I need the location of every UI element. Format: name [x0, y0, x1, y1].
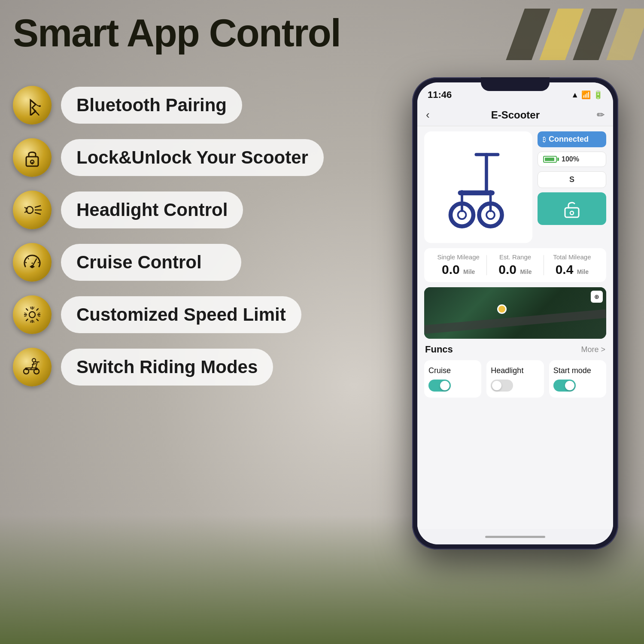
- battery-icon: [543, 156, 559, 163]
- cruise-toggle[interactable]: [428, 380, 451, 392]
- est-range-value: 0.0 Mile: [487, 262, 543, 277]
- svg-point-17: [32, 263, 33, 264]
- feature-bluetooth: Bluetooth Pairing: [13, 86, 324, 125]
- map-section: ⊕: [424, 287, 606, 339]
- single-mileage-value: 0.0 Mile: [430, 262, 486, 277]
- bt-icon: ₿: [543, 136, 546, 143]
- svg-point-16: [30, 266, 31, 267]
- cruise-pill: Cruise Control: [61, 244, 241, 281]
- svg-rect-30: [458, 191, 495, 195]
- func-headlight: Headlight: [486, 360, 544, 398]
- battery-fill: [545, 158, 554, 161]
- est-range-unit: Mile: [520, 268, 532, 275]
- svg-rect-1: [26, 157, 38, 166]
- home-bar: [417, 529, 613, 544]
- mileage-section: Single Mileage 0.0 Mile Est. Range 0.0 M…: [424, 248, 606, 282]
- svg-line-5: [35, 206, 41, 207]
- headlight-toggle[interactable]: [491, 380, 513, 392]
- home-bar-line: [485, 536, 545, 538]
- svg-line-14: [38, 262, 39, 263]
- single-mileage-unit: Mile: [463, 268, 475, 275]
- startmode-toggle[interactable]: [553, 380, 576, 392]
- svg-point-36: [458, 211, 466, 219]
- speedometer-icon: [22, 252, 43, 273]
- mode-badge: S: [538, 171, 606, 188]
- connected-badge: ₿ Connected: [538, 131, 606, 147]
- svg-point-15: [33, 266, 35, 267]
- func-cruise: Cruise: [424, 360, 481, 398]
- riding-pill: Switch Riding Modes: [61, 349, 273, 386]
- scooter-rider-icon: [22, 357, 43, 377]
- svg-point-4: [26, 207, 33, 213]
- func-cruise-name: Cruise: [428, 366, 451, 375]
- single-mileage: Single Mileage 0.0 Mile: [430, 253, 486, 277]
- headlight-icon-circle: [13, 191, 52, 229]
- funcs-title: Funcs: [425, 344, 453, 355]
- speed-text: Customized Speed Limit: [76, 304, 286, 325]
- nav-title: E-Scooter: [434, 109, 597, 121]
- svg-point-18: [29, 312, 35, 318]
- decorative-stripes: [506, 9, 644, 60]
- features-list: Bluetooth Pairing Lock&Unlock Your Scoot…: [13, 86, 324, 386]
- lock-unlock-button[interactable]: [538, 192, 606, 225]
- total-mileage-label: Total Mileage: [544, 253, 600, 261]
- map-icon-button[interactable]: ⊕: [591, 291, 603, 303]
- scooter-image: [424, 131, 532, 243]
- cruise-toggle-knob: [440, 381, 450, 390]
- funcs-more[interactable]: More >: [581, 345, 605, 354]
- page-title: Smart App Control: [13, 12, 340, 55]
- gear-icon: [22, 304, 43, 325]
- phone-mockup: 11:46 ▲ 📶 🔋 ‹ E-Scooter ✏: [412, 77, 618, 550]
- headlight-toggle-knob: [492, 381, 501, 390]
- svg-line-13: [25, 262, 27, 263]
- scooter-section: ₿ Connected 100% S: [424, 131, 606, 243]
- headlight-pill: Headlight Control: [61, 191, 243, 228]
- lock-pill: Lock&Unlock Your Scooter: [61, 139, 324, 176]
- connected-text: Connected: [549, 135, 589, 144]
- edit-button[interactable]: ✏: [597, 109, 605, 121]
- func-headlight-name: Headlight: [491, 366, 523, 375]
- svg-point-34: [486, 211, 495, 219]
- svg-point-38: [570, 211, 574, 215]
- single-mileage-num: 0.0: [442, 262, 460, 276]
- startmode-toggle-knob: [565, 381, 574, 390]
- bluetooth-icon-circle: [13, 86, 52, 125]
- phone-outer: 11:46 ▲ 📶 🔋 ‹ E-Scooter ✏: [412, 77, 618, 550]
- lock-text: Lock&Unlock Your Scooter: [76, 147, 308, 168]
- total-mileage-unit: Mile: [577, 268, 589, 275]
- status-panel: ₿ Connected 100% S: [538, 131, 606, 225]
- feature-lock: Lock&Unlock Your Scooter: [13, 138, 324, 177]
- speed-icon-circle: [13, 295, 52, 334]
- map-marker: [497, 304, 507, 314]
- scooter-illustration: [437, 140, 519, 234]
- bluetooth-icon: [22, 95, 43, 115]
- svg-line-22: [36, 362, 37, 368]
- status-icons: ▲ 📶 🔋: [571, 90, 603, 100]
- cruise-icon-circle: [13, 243, 52, 282]
- lock-icon-circle: [13, 138, 52, 177]
- feature-speed: Customized Speed Limit: [13, 295, 324, 334]
- single-mileage-label: Single Mileage: [430, 253, 486, 261]
- func-startmode-name: Start mode: [553, 366, 591, 375]
- svg-rect-37: [565, 208, 579, 217]
- funcs-grid: Cruise Headlight Start mode: [424, 360, 606, 398]
- svg-line-26: [32, 364, 36, 365]
- back-button[interactable]: ‹: [426, 108, 430, 122]
- total-mileage: Total Mileage 0.4 Mile: [544, 253, 600, 277]
- app-content: ₿ Connected 100% S: [417, 126, 613, 529]
- battery-badge: 100%: [538, 152, 606, 167]
- est-range: Est. Range 0.0 Mile: [487, 253, 543, 277]
- feature-cruise: Cruise Control: [13, 243, 324, 282]
- headlight-text: Headlight Control: [76, 199, 228, 221]
- svg-line-7: [35, 213, 41, 214]
- feature-headlight: Headlight Control: [13, 191, 324, 229]
- funcs-header: Funcs More >: [424, 344, 606, 355]
- riding-icon-circle: [13, 348, 52, 386]
- app-nav: ‹ E-Scooter ✏: [417, 104, 613, 126]
- phone-screen: 11:46 ▲ 📶 🔋 ‹ E-Scooter ✏: [417, 82, 613, 544]
- est-range-label: Est. Range: [487, 253, 543, 261]
- battery-percent: 100%: [562, 155, 579, 163]
- est-range-num: 0.0: [498, 262, 516, 276]
- battery-body: [543, 156, 557, 163]
- cruise-text: Cruise Control: [76, 252, 226, 273]
